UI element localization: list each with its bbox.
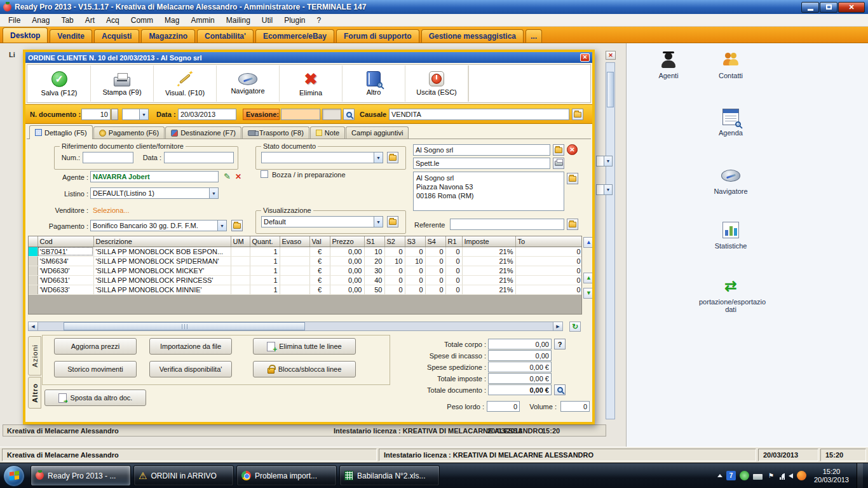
grid-cell[interactable]: € [309, 266, 330, 275]
grid-cell[interactable]: 0 [405, 275, 425, 285]
grid-column-header[interactable]: S2 [384, 236, 405, 247]
grid-cell[interactable]: 'SILLA PP MONOBLOCK MICKEY' [93, 266, 231, 275]
grid-row[interactable]: 'SB7041''SILLA PP MONOBLOCK BOB ESPON...… [29, 247, 582, 256]
grid-row[interactable]: 'SM6634''SILLA PP MONOBLOCK SPIDERMAN'1€… [29, 256, 582, 266]
grid-column-header[interactable]: S3 [405, 236, 425, 247]
cliente-indirizzo-textarea[interactable]: Al Sogno srl Piazza Navona 53 00186 Roma… [413, 172, 564, 211]
menu-item[interactable]: Mailing [220, 15, 256, 26]
chevron-down-icon[interactable]: ▼ [217, 220, 226, 231]
grid-row[interactable]: 'WD6630''SILLA PP MONOBLOCK MICKEY'1€0,0… [29, 266, 582, 275]
grid-cell[interactable]: € [309, 256, 330, 266]
grid-cell[interactable]: 'SILLA PP MONOBLOCK PRINCESS' [93, 275, 231, 285]
aggiorna-prezzi-button[interactable]: Aggiorna prezzi [54, 338, 137, 355]
grid-cell[interactable]: 0,00 [330, 256, 364, 266]
delete-button[interactable]: ✖ Elimina [280, 65, 342, 102]
tray-expand-icon[interactable] [717, 474, 722, 477]
grid-column-header[interactable]: Val [309, 236, 330, 247]
grid-cell[interactable]: 1 [250, 247, 280, 256]
background-close-button[interactable]: ✕ [606, 51, 616, 60]
grid-cell[interactable]: 21% [462, 285, 515, 294]
maximize-button[interactable] [820, 2, 837, 13]
tray-printer-icon[interactable] [753, 474, 763, 480]
grid-cell[interactable]: 'WD6631' [37, 275, 93, 285]
menu-item[interactable]: Ammin [185, 15, 220, 26]
move-line-up-button[interactable]: ▲ [583, 273, 592, 283]
grid-cell[interactable]: 10 [405, 256, 425, 266]
grid-cell[interactable]: 'WD6630' [37, 266, 93, 275]
grid-horizontal-scrollbar[interactable]: ◀ ▶ [28, 322, 563, 331]
grid-cell[interactable]: 0 [445, 285, 462, 294]
tab-vendite[interactable]: Vendite [50, 29, 92, 43]
tab-dettaglio[interactable]: Dettaglio (F5) [29, 125, 93, 139]
chevron-down-icon[interactable]: ▼ [374, 217, 383, 227]
volume-value[interactable]: 0 [560, 401, 590, 412]
menu-item[interactable]: File [3, 15, 26, 26]
grid-cell[interactable]: € [309, 247, 330, 256]
grid-column-header[interactable]: Evaso [280, 236, 309, 247]
tab-magazzino[interactable]: Magazzino [141, 29, 195, 43]
tab-acquisti[interactable]: Acquisti [94, 29, 139, 43]
minimize-button[interactable] [801, 2, 819, 13]
chevron-down-icon[interactable]: ▼ [209, 188, 218, 198]
grid-cell[interactable] [231, 275, 250, 285]
other-button[interactable]: Altro [342, 65, 405, 102]
grid-column-header[interactable]: UM [231, 236, 250, 247]
grid-cell[interactable]: 0,00 [330, 285, 364, 294]
grid-cell[interactable]: 21% [462, 247, 515, 256]
tab-campi-aggiuntivi[interactable]: Campi aggiuntivi [346, 126, 409, 139]
grid-column-header[interactable]: To [515, 236, 582, 247]
taskbar-button-excel[interactable]: Babilandia N°2.xls... [339, 465, 440, 486]
cliente-folder-button[interactable] [553, 144, 564, 156]
row-selector-cell[interactable] [29, 266, 37, 275]
show-desktop-button[interactable] [857, 463, 863, 488]
grid-row[interactable]: 'WD6631''SILLA PP MONOBLOCK PRINCESS'1€0… [29, 275, 582, 285]
row-selector-cell[interactable] [29, 247, 37, 256]
grid-cell[interactable]: 0 [515, 256, 582, 266]
grid-cell[interactable]: 0 [425, 256, 445, 266]
grid-cell[interactable]: 1 [250, 256, 280, 266]
causale-folder-button[interactable] [572, 109, 583, 120]
menu-item[interactable]: ? [311, 15, 327, 26]
grid-cell[interactable]: 'SB7041' [37, 247, 93, 256]
grid-cell[interactable]: 0 [515, 285, 582, 294]
cliente-print-button[interactable] [553, 158, 564, 169]
bozza-checkbox[interactable] [261, 170, 268, 178]
stato-combo[interactable]: ▼ [261, 152, 383, 163]
tab-destinazione[interactable]: Destinazione (F7) [165, 126, 241, 139]
desktop-icon-importazione-esportazione[interactable]: ⇄ portazione/esportazio dati [699, 276, 763, 313]
grid-cell[interactable]: 0 [425, 285, 445, 294]
grid-cell[interactable]: 21% [462, 275, 515, 285]
grid-cell[interactable]: 10 [384, 256, 405, 266]
tray-status-icon[interactable] [740, 471, 749, 480]
spese-spedizione-value[interactable]: 0,00 € [488, 362, 552, 372]
close-button[interactable]: ✕ [838, 2, 865, 13]
grid-cell[interactable]: 40 [364, 275, 384, 285]
start-button[interactable] [3, 465, 25, 487]
desktop-icon-agenda[interactable]: Agenda [702, 107, 760, 137]
grid-cell[interactable]: 21% [462, 256, 515, 266]
tab-contabilita[interactable]: Contabilita' [197, 29, 254, 43]
desktop-icon-statistiche[interactable]: Statistiche [702, 220, 760, 250]
totale-documento-search-button[interactable] [554, 384, 566, 395]
desktop-icon-agenti[interactable]: Agenti [639, 50, 698, 79]
grid-cell[interactable]: 0 [425, 247, 445, 256]
exit-button[interactable]: Uscita (ESC) [405, 65, 468, 102]
menu-item[interactable]: Acq [100, 15, 125, 26]
move-line-down-button[interactable]: ▼ [583, 288, 592, 299]
volume-icon[interactable] [789, 473, 793, 478]
chevron-down-icon[interactable]: ▼ [139, 109, 148, 119]
tab-gestione-messaggistica[interactable]: Gestione messaggistica [421, 29, 524, 43]
agente-input[interactable]: NAVARRA Jobert [93, 173, 150, 180]
n-documento-input[interactable]: 10 [81, 109, 111, 120]
tab-trasporto[interactable]: Trasporto (F8) [242, 126, 309, 139]
storico-movimenti-button[interactable]: Storico movimenti [54, 361, 137, 377]
grid-cell[interactable]: 1 [250, 266, 280, 275]
pagamento-folder-button[interactable] [231, 220, 243, 231]
tab-forum-di-supporto[interactable]: Forum di supporto [336, 29, 419, 43]
grid-cell[interactable]: 'SILLA PP MONOBLOCK MINNIE' [93, 285, 231, 294]
cliente-remove-button[interactable]: ✕ [567, 144, 578, 155]
menu-item[interactable]: Tab [55, 15, 79, 26]
menu-item[interactable]: Comm [125, 15, 159, 26]
stato-folder-button[interactable] [387, 152, 398, 163]
grid-cell[interactable]: 0,00 [330, 247, 364, 256]
